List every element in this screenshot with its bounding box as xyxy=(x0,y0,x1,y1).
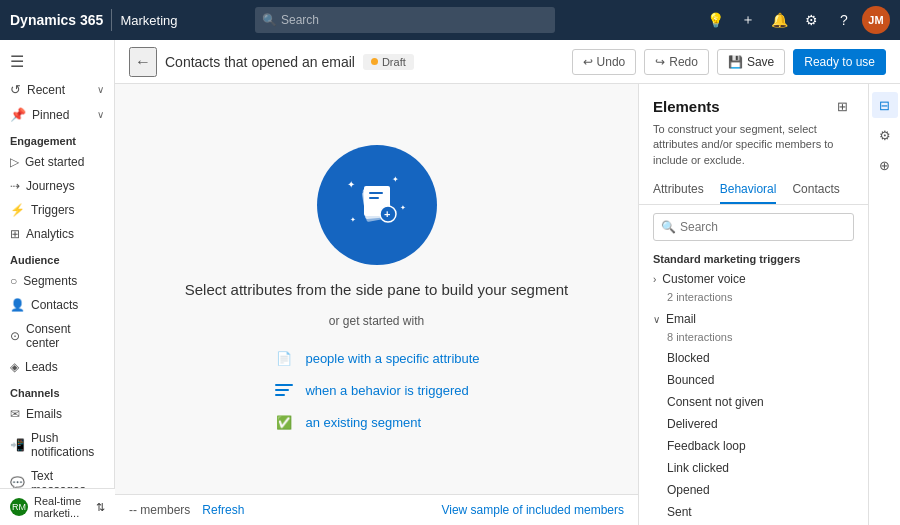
lightbulb-icon[interactable]: 💡 xyxy=(702,6,730,34)
search-icon: 🔍 xyxy=(262,13,277,27)
sidebar-item-journeys[interactable]: ⇢ Journeys xyxy=(0,174,114,198)
email-item-feedback[interactable]: Feedback loop xyxy=(639,435,868,457)
email-item-consent[interactable]: Consent not given xyxy=(639,391,868,413)
sidebar-item-leads[interactable]: ◈ Leads xyxy=(0,355,114,379)
main-content: ← Contacts that opened an email Draft ↩ … xyxy=(115,40,900,525)
email-item-opened[interactable]: Opened xyxy=(639,479,868,501)
rp-settings-icon[interactable]: ⚙ xyxy=(872,122,898,148)
sidebar-item-emails[interactable]: ✉ Emails xyxy=(0,402,114,426)
email-icon: ✉ xyxy=(10,407,20,421)
hamburger-menu[interactable]: ☰ xyxy=(0,46,114,77)
elements-panel-icons: ⊞ xyxy=(830,94,854,118)
canvas-main-text: Select attributes from the side pane to … xyxy=(185,281,569,298)
tab-contacts[interactable]: Contacts xyxy=(792,176,839,204)
email-sub: 8 interactions xyxy=(639,331,868,347)
ep-grid-icon[interactable]: ⊞ xyxy=(830,94,854,118)
behavior-icon xyxy=(273,380,295,402)
add-icon[interactable]: ＋ xyxy=(734,6,762,34)
view-sample-link[interactable]: View sample of included members xyxy=(441,503,624,517)
email-item-blocked[interactable]: Blocked xyxy=(639,347,868,369)
get-started-icon: ▷ xyxy=(10,155,19,169)
members-count: -- members xyxy=(129,503,190,517)
svg-rect-12 xyxy=(275,389,289,391)
save-button[interactable]: 💾 Save xyxy=(717,49,785,75)
sidebar-footer[interactable]: RM Real-time marketi... ⇅ xyxy=(0,488,115,525)
avatar[interactable]: JM xyxy=(862,6,890,34)
search-input[interactable] xyxy=(255,7,555,33)
elements-description: To construct your segment, select attrib… xyxy=(639,122,868,176)
chevron-recent-icon: ∨ xyxy=(97,84,104,95)
elements-header: Elements ⊞ xyxy=(639,84,868,122)
attribute-icon: 📄 xyxy=(273,348,295,370)
analytics-icon: ⊞ xyxy=(10,227,20,241)
ep-section-title: Standard marketing triggers xyxy=(639,249,868,267)
elements-tabs: Attributes Behavioral Contacts xyxy=(639,176,868,205)
group-customer-voice-header[interactable]: › Customer voice xyxy=(639,267,868,291)
svg-rect-13 xyxy=(275,394,285,396)
realtime-avatar: RM xyxy=(10,498,28,516)
option-existing-segment[interactable]: ✅ an existing segment xyxy=(273,412,479,434)
canvas-area: ✦ ✦ ✦ ✦ + xyxy=(115,84,900,525)
canvas-options: 📄 people with a specific attribute when … xyxy=(273,348,479,434)
svg-rect-11 xyxy=(275,384,293,386)
sidebar-footer-label: Real-time marketi... xyxy=(34,495,90,519)
gear-icon[interactable]: ⚙ xyxy=(798,6,826,34)
email-item-link-clicked[interactable]: Link clicked xyxy=(639,457,868,479)
rp-info-icon[interactable]: ⊕ xyxy=(872,152,898,178)
leads-icon: ◈ xyxy=(10,360,19,374)
toolbar: ← Contacts that opened an email Draft ↩ … xyxy=(115,40,900,84)
svg-text:✦: ✦ xyxy=(392,175,399,184)
svg-rect-7 xyxy=(369,192,383,194)
svg-text:✦: ✦ xyxy=(400,204,406,211)
sidebar-item-contacts[interactable]: 👤 Contacts xyxy=(0,293,114,317)
draft-dot xyxy=(371,58,378,65)
canvas-main: ✦ ✦ ✦ ✦ + xyxy=(115,84,638,525)
email-item-delivered[interactable]: Delivered xyxy=(639,413,868,435)
sidebar-item-pinned[interactable]: 📌 Pinned ∨ xyxy=(0,102,114,127)
option-behavior[interactable]: when a behavior is triggered xyxy=(273,380,479,402)
elements-panel: Elements ⊞ To construct your segment, se… xyxy=(638,84,868,525)
refresh-link[interactable]: Refresh xyxy=(202,503,244,517)
bell-icon[interactable]: 🔔 xyxy=(766,6,794,34)
tab-behavioral[interactable]: Behavioral xyxy=(720,176,777,204)
option-attribute[interactable]: 📄 people with a specific attribute xyxy=(273,348,479,370)
sidebar-item-recent[interactable]: ↺ Recent ∨ xyxy=(0,77,114,102)
rp-panel-icon[interactable]: ⊟ xyxy=(872,92,898,118)
chevron-customer-voice-icon: › xyxy=(653,274,656,285)
svg-text:+: + xyxy=(384,208,390,220)
nav-divider xyxy=(111,9,112,31)
sidebar-item-analytics[interactable]: ⊞ Analytics xyxy=(0,222,114,246)
module-label: Marketing xyxy=(120,13,177,28)
ready-button[interactable]: Ready to use xyxy=(793,49,886,75)
sidebar-item-segments[interactable]: ○ Segments xyxy=(0,269,114,293)
elements-search-container: 🔍 xyxy=(639,205,868,249)
elements-search-input[interactable] xyxy=(653,213,854,241)
segment-svg: ✦ ✦ ✦ ✦ + xyxy=(342,170,412,240)
tab-attributes[interactable]: Attributes xyxy=(653,176,704,204)
segments-icon: ○ xyxy=(10,274,17,288)
undo-button[interactable]: ↩ Undo xyxy=(572,49,637,75)
sidebar-item-push[interactable]: 📲 Push notifications xyxy=(0,426,114,464)
elements-list: Standard marketing triggers › Customer v… xyxy=(639,249,868,525)
back-button[interactable]: ← xyxy=(129,47,157,77)
pin-icon: 📌 xyxy=(10,107,26,122)
sidebar-item-consent[interactable]: ⊙ Consent center xyxy=(0,317,114,355)
recent-icon: ↺ xyxy=(10,82,21,97)
consent-icon: ⊙ xyxy=(10,329,20,343)
sidebar-item-triggers[interactable]: ⚡ Triggers xyxy=(0,198,114,222)
chevron-pinned-icon: ∨ xyxy=(97,109,104,120)
canvas-footer: -- members Refresh View sample of includ… xyxy=(115,494,638,525)
email-item-bounced[interactable]: Bounced xyxy=(639,369,868,391)
chevron-email-icon: ∨ xyxy=(653,314,660,325)
canvas-sub-text: or get started with xyxy=(329,314,424,328)
section-engagement: Engagement xyxy=(0,127,114,150)
existing-segment-icon: ✅ xyxy=(273,412,295,434)
redo-button[interactable]: ↪ Redo xyxy=(644,49,709,75)
email-item-sent[interactable]: Sent xyxy=(639,501,868,523)
page-title: Contacts that opened an email xyxy=(165,54,355,70)
sidebar-item-get-started[interactable]: ▷ Get started xyxy=(0,150,114,174)
help-icon[interactable]: ? xyxy=(830,6,858,34)
sidebar: ☰ ↺ Recent ∨ 📌 Pinned ∨ Engagement ▷ Get… xyxy=(0,40,115,525)
section-audience: Audience xyxy=(0,246,114,269)
group-email-header[interactable]: ∨ Email xyxy=(639,307,868,331)
